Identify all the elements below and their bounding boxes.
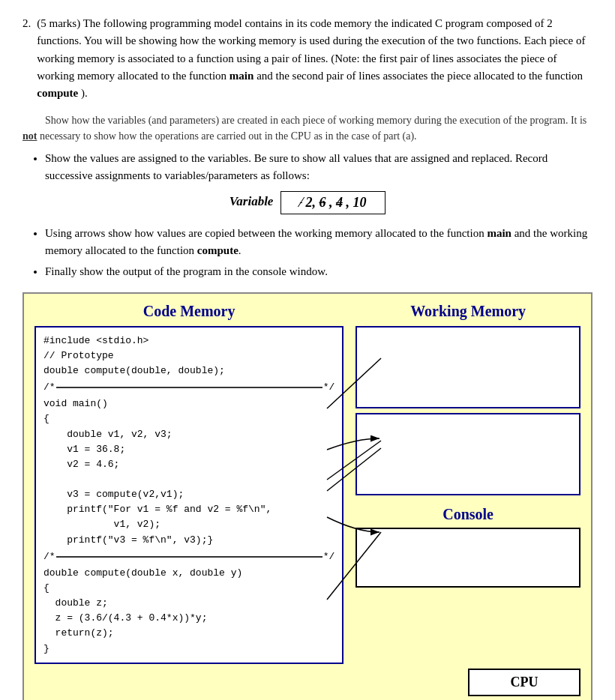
code-line: { (44, 581, 334, 596)
code-line: v3 = compute(v2,v1); (44, 487, 334, 502)
bullet-list-2: Using arrows show how values are copied … (45, 225, 592, 280)
bullet-list: Show the values are assigned to the vari… (45, 150, 592, 184)
code-memory-header: Code Memory (34, 303, 344, 320)
code-line: double compute(double, double); (44, 363, 334, 378)
code-memory-column: Code Memory #include <stdio.h> // Protot… (34, 303, 351, 664)
paragraph-1: (5 marks) The following programming mode… (37, 15, 592, 102)
code-line: double z; (44, 596, 334, 611)
diagram-columns: Code Memory #include <stdio.h> // Protot… (34, 303, 580, 664)
diagram-outer: Code Memory #include <stdio.h> // Protot… (22, 292, 592, 700)
code-line: #include <stdio.h> (44, 334, 334, 349)
cpu-row: CPU (34, 669, 580, 696)
code-line (44, 472, 334, 487)
question-body: (5 marks) The following programming mode… (37, 15, 592, 106)
indented-paragraph: Show how the variables (and parameters) … (22, 112, 592, 144)
working-memory-column: Working Memory Console (351, 303, 580, 664)
variable-label: Variable (230, 194, 274, 208)
code-line: } (44, 642, 334, 657)
bullet-item-1: Show the values are assigned to the vari… (45, 150, 592, 184)
console-label: Console (356, 506, 580, 523)
separator-1: /* */ (44, 380, 334, 395)
separator-2: /* */ (44, 549, 334, 564)
variable-example: Variable ⁄ 2, 6 , 4 , 10 (22, 191, 592, 214)
diagram-relative-container: Code Memory #include <stdio.h> // Protot… (34, 303, 580, 664)
working-memory-header: Working Memory (356, 303, 580, 320)
console-section: Console (356, 506, 580, 588)
question-container: 2. (5 marks) The following programming m… (22, 15, 592, 700)
question-number: 2. (22, 15, 31, 106)
code-line: return(z); (44, 626, 334, 641)
working-memory-box-compute (356, 413, 580, 495)
bullet-item-2: Using arrows show how values are copied … (45, 225, 592, 259)
code-line: v2 = 4.6; (44, 457, 334, 472)
code-line: { (44, 411, 334, 426)
code-box: #include <stdio.h> // Prototype double c… (34, 326, 344, 664)
code-line: v1 = 36.8; (44, 442, 334, 457)
cpu-box: CPU (468, 669, 580, 696)
code-line: z = (3.6/(4.3 + 0.4*x))*y; (44, 611, 334, 626)
code-line: // Prototype (44, 349, 334, 363)
working-boxes (356, 326, 580, 503)
code-line: printf("For v1 = %f and v2 = %f\n", (44, 502, 334, 517)
question-header: 2. (5 marks) The following programming m… (22, 15, 592, 106)
bullet-item-3: Finally show the output of the program i… (45, 263, 592, 280)
variable-value-box: ⁄ 2, 6 , 4 , 10 (280, 191, 386, 214)
working-memory-box-main (356, 326, 580, 408)
code-line: void main() (44, 396, 334, 411)
code-line: double v1, v2, v3; (44, 427, 334, 442)
code-line: printf("v3 = %f\n", v3);} (44, 533, 334, 548)
code-line: double compute(double x, double y) (44, 566, 334, 581)
code-line: v1, v2); (44, 517, 334, 532)
console-box (356, 528, 580, 588)
